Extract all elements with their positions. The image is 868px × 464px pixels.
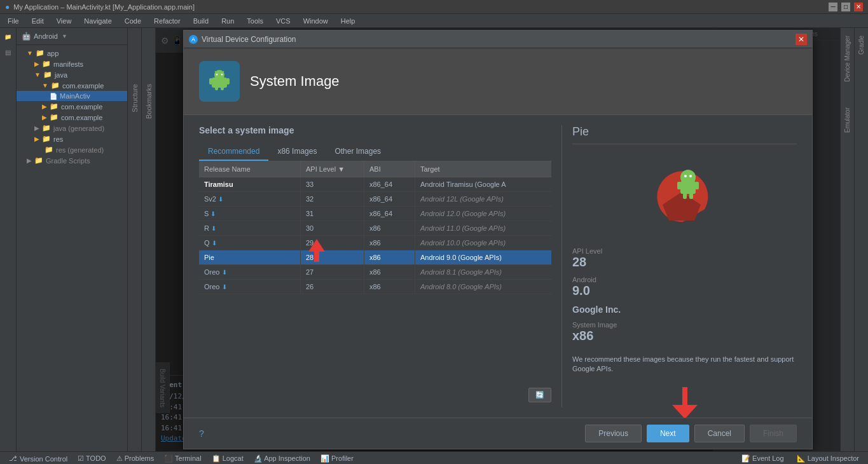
svg-rect-4 [215, 85, 218, 90]
help-button[interactable]: ? [199, 428, 204, 439]
system-image-table: Release Name API Level ▼ ABI Target Tira… [199, 161, 551, 383]
resource-manager-icon[interactable]: ▤ [2, 46, 15, 58]
col-release-name[interactable]: Release Name [199, 161, 301, 177]
sidebar-item-com1[interactable]: ▼ 📁 com.example [17, 80, 127, 91]
menu-edit[interactable]: Edit [27, 16, 49, 26]
next-button[interactable]: Next [647, 425, 689, 442]
android-pie-illustration [644, 157, 726, 240]
menu-view[interactable]: View [52, 16, 77, 26]
table-row[interactable]: R ⬇ 30 x86 Android 11.0 (Google APIs) [199, 221, 551, 236]
dialog-title-left: A Virtual Device Configuration [189, 35, 296, 44]
refresh-row: 🔄 [199, 383, 551, 407]
title-text: ● My Application – MainActivity.kt [My_A… [5, 3, 195, 11]
menu-refactor[interactable]: Refactor [149, 16, 186, 26]
gradle-label: Gradle [857, 31, 866, 60]
svg-rect-1 [212, 78, 227, 88]
dialog-title-bar: A Virtual Device Configuration ✕ [184, 31, 812, 48]
minimize-button[interactable]: ─ [829, 3, 837, 11]
recommendation-text: We recommend these images because they r… [572, 355, 797, 374]
dialog-right-panel: Pie [561, 125, 797, 407]
tab-profiler[interactable]: 📊 Profiler [317, 453, 357, 464]
sidebar: 🤖 Android ▼ ▼ 📁 app ▶ 📁 manifests ▼ 📁 ja… [17, 28, 128, 451]
table-row[interactable]: Oreo ⬇ 27 x86 Android 8.1 (Google APIs) [199, 265, 551, 280]
svg-marker-23 [672, 405, 698, 418]
sidebar-item-com2[interactable]: ▶ 📁 com.example [17, 101, 127, 112]
virtual-device-dialog: A Virtual Device Configuration ✕ [183, 30, 813, 449]
tab-recommended[interactable]: Recommended [199, 143, 268, 161]
tab-layout-inspector[interactable]: 📐 Layout Inspector [793, 453, 863, 464]
tab-logcat[interactable]: 📋 Logcat [208, 453, 247, 464]
emulator-tab[interactable]: Emulator [843, 102, 852, 138]
refresh-button[interactable]: 🔄 [528, 388, 551, 402]
dialog-header: System Image [184, 48, 812, 115]
bottom-tabs-bar: ⎇ Version Control ☑ TODO ⚠ Problems ⬛ Te… [0, 451, 868, 464]
sidebar-item-app[interactable]: ▼ 📁 app [17, 48, 127, 58]
svg-rect-13 [680, 181, 696, 194]
dialog-close-button[interactable]: ✕ [796, 34, 807, 45]
sidebar-item-com3[interactable]: ▶ 📁 com.example [17, 112, 127, 123]
tab-app-inspection[interactable]: 🔬 App Inspection [250, 453, 314, 464]
previous-button[interactable]: Previous [585, 425, 642, 442]
menu-run[interactable]: Run [216, 16, 239, 26]
tab-event-log[interactable]: 📝 Event Log [738, 453, 788, 464]
vendor-info: Google Inc. [572, 304, 797, 315]
system-image-info: System Image x86 [572, 321, 797, 343]
table-row-pie[interactable]: Pie [199, 250, 551, 265]
tab-todo[interactable]: ☑ TODO [74, 453, 109, 464]
bookmarks-label: Bookmarks [142, 79, 155, 124]
col-api-level[interactable]: API Level ▼ [301, 161, 364, 177]
svg-rect-22 [682, 387, 687, 405]
menu-code[interactable]: Code [120, 16, 146, 26]
sidebar-item-res[interactable]: ▶ 📁 res [17, 133, 127, 144]
sidebar-item-manifests[interactable]: ▶ 📁 manifests [17, 58, 127, 69]
right-panel-title: Pie [572, 125, 797, 144]
bookmarks-panel-tab[interactable]: Bookmarks [142, 28, 156, 451]
maximize-button[interactable]: □ [841, 3, 850, 11]
dialog-title: Virtual Device Configuration [202, 35, 296, 44]
sidebar-item-java[interactable]: ▼ 📁 java [17, 69, 127, 80]
close-button[interactable]: ✕ [854, 3, 863, 11]
menu-tools[interactable]: Tools [242, 16, 268, 26]
menu-vcs[interactable]: VCS [271, 16, 296, 26]
sidebar-header: 🤖 Android ▼ [17, 28, 127, 45]
svg-rect-15 [695, 182, 699, 189]
menu-window[interactable]: Window [298, 16, 333, 26]
tab-problems[interactable]: ⚠ Problems [113, 453, 158, 464]
android-image-area [572, 157, 797, 240]
sidebar-item-mainactivity[interactable]: 📄 MainActiv [17, 91, 127, 101]
api-level-info: API Level 28 [572, 247, 797, 270]
gradle-panel-tab[interactable]: Gradle [854, 28, 868, 451]
left-tool-strip: 📁 ▤ [0, 28, 17, 451]
sidebar-item-java-generated[interactable]: ▶ 📁 java (generated) [17, 123, 127, 133]
right-tool-strip: Device Manager Emulator [840, 28, 854, 451]
tab-other-images[interactable]: Other Images [326, 143, 390, 161]
table-row[interactable]: Sv2 ⬇ 32 x86_64 Android 12L (Google APIs… [199, 192, 551, 207]
project-icon[interactable]: 📁 [2, 31, 15, 43]
tab-terminal[interactable]: ⬛ Terminal [160, 453, 205, 464]
menu-help[interactable]: Help [336, 16, 361, 26]
svg-point-18 [684, 175, 687, 177]
select-system-image-title: Select a system image [199, 125, 551, 135]
table-row[interactable]: Tiramisu 33 x86_64 Android Tiramisu (Goo… [199, 177, 551, 192]
device-manager-tab[interactable]: Device Manager [843, 31, 852, 87]
structure-label: Structure [128, 79, 141, 118]
table-row[interactable]: Q ⬇ 29 x86 Android 10.0 (Google APIs) [199, 236, 551, 250]
dialog-header-title: System Image [250, 73, 340, 90]
table-row[interactable]: Oreo ⬇ 26 x86 Android 8.0 (Google APIs) [199, 280, 551, 294]
tab-x86-images[interactable]: x86 Images [268, 143, 326, 161]
table-row[interactable]: S ⬇ 31 x86_64 Android 12.0 (Google APIs) [199, 207, 551, 221]
structure-panel-tab[interactable]: Structure [128, 28, 142, 451]
cancel-button[interactable]: Cancel [694, 425, 745, 442]
menu-file[interactable]: File [3, 16, 24, 26]
sidebar-item-res-generated[interactable]: 📁 res (generated) [17, 144, 127, 155]
sidebar-item-gradle[interactable]: ▶ 📁 Gradle Scripts [17, 155, 127, 166]
col-abi: ABI [364, 161, 415, 177]
dialog-body: Select a system image Recommended x86 Im… [184, 115, 812, 418]
svg-rect-2 [209, 78, 212, 85]
window-controls: ─ □ ✕ [829, 3, 863, 11]
tab-version-control[interactable]: ⎇ Version Control [5, 453, 71, 464]
menu-build[interactable]: Build [188, 16, 214, 26]
dialog-footer: ? Previous Next Cancel Finish [184, 418, 812, 449]
dialog-overlay: A Virtual Device Configuration ✕ [156, 28, 840, 451]
menu-navigate[interactable]: Navigate [79, 16, 116, 26]
